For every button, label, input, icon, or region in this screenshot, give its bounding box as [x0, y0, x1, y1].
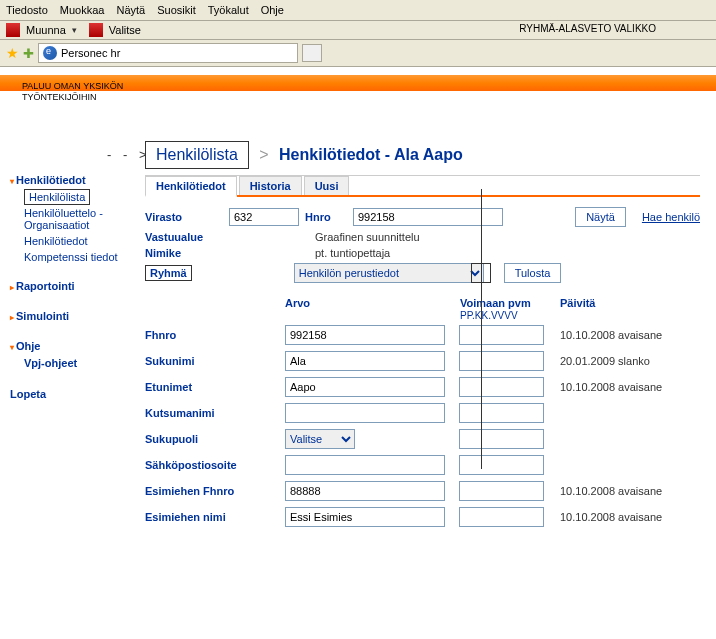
vastuualue-label: Vastuualue: [145, 231, 315, 243]
nimike-value: pt. tuntiopettaja: [315, 247, 390, 259]
menu-help[interactable]: Ohje: [261, 4, 284, 16]
breadcrumb: Henkilölista > Henkilötiedot - Ala Aapo: [145, 141, 700, 169]
nav-vpj[interactable]: Vpj-ohjeet: [10, 355, 121, 371]
vastuualue-value: Graafinen suunnittelu: [315, 231, 420, 243]
nav-henkilotiedot2[interactable]: Henkilötiedot: [10, 233, 121, 249]
arvo-input[interactable]: [285, 351, 445, 371]
arvo-input[interactable]: [285, 403, 445, 423]
row-label: Kutsumanimi: [145, 407, 285, 419]
voimaan-input[interactable]: [459, 403, 544, 423]
browser-tab[interactable]: Personec hr: [38, 43, 298, 63]
table-row: Esimiehen Fhnro10.10.2008 avaisane: [145, 481, 700, 501]
annotation-paluu: PALUU OMAN YKSIKÖN TYÖNTEKIJÖIHIN: [22, 81, 123, 103]
table-row: SukupuoliValitse: [145, 429, 700, 449]
breadcrumb-henkilolista[interactable]: Henkilölista: [145, 141, 249, 169]
arvo-input[interactable]: [285, 481, 445, 501]
table-row: Kutsumanimi: [145, 403, 700, 423]
arvo-input[interactable]: [285, 325, 445, 345]
breadcrumb-separator: >: [253, 146, 274, 163]
valitse-button[interactable]: Valitse: [109, 24, 141, 36]
row-label: Sukupuoli: [145, 433, 285, 445]
arvo-input[interactable]: [285, 455, 445, 475]
annotation-ryhma-dropdown: RYHMÄ-ALASVETO VALIKKO: [519, 23, 656, 34]
voimaan-input[interactable]: [459, 481, 544, 501]
new-tab-button[interactable]: [302, 44, 322, 62]
ryhma-select[interactable]: Henkilön perustiedot: [294, 263, 484, 283]
row-label: Fhnro: [145, 329, 285, 341]
voimaan-input[interactable]: [459, 507, 544, 527]
row-label: Sukunimi: [145, 355, 285, 367]
menubar[interactable]: Tiedosto Muokkaa Näytä Suosikit Työkalut…: [0, 0, 716, 21]
menu-view[interactable]: Näytä: [116, 4, 145, 16]
page-title: Henkilötiedot - Ala Aapo: [279, 146, 463, 163]
nav-raportointi[interactable]: ▸Raportointi: [10, 277, 121, 295]
virasto-label: Virasto: [145, 211, 223, 223]
hae-henkilo-link[interactable]: Hae henkilö: [642, 211, 700, 223]
arvo-input[interactable]: [285, 377, 445, 397]
voimaan-input[interactable]: [459, 325, 544, 345]
toolbar: Muunna ▾ Valitse RYHMÄ-ALASVETO VALIKKO: [0, 21, 716, 40]
data-table: Arvo Voimaan pvm PP.KK.VVVV Päivitä Fhnr…: [145, 297, 700, 527]
tab-title: Personec hr: [61, 47, 120, 59]
nayta-button[interactable]: Näytä: [575, 207, 626, 227]
paivita-text: 10.10.2008 avaisane: [560, 511, 700, 523]
annotation-vertical-line: [481, 189, 482, 469]
menu-edit[interactable]: Muokkaa: [60, 4, 105, 16]
nav-lopeta[interactable]: Lopeta: [10, 385, 121, 403]
addressbar: ★ ✚ Personec hr: [0, 40, 716, 67]
nav-henkilolista[interactable]: Henkilölista: [24, 189, 90, 205]
menu-file[interactable]: Tiedosto: [6, 4, 48, 16]
paivita-text: 10.10.2008 avaisane: [560, 381, 700, 393]
nav-simulointi[interactable]: ▸Simulointi: [10, 307, 121, 325]
row-label: Esimiehen nimi: [145, 511, 285, 523]
voimaan-input[interactable]: [459, 351, 544, 371]
table-row: Sukunimi20.01.2009 slanko: [145, 351, 700, 371]
virasto-input[interactable]: [229, 208, 299, 226]
hnro-label: Hnro: [305, 211, 347, 223]
menu-tools[interactable]: Työkalut: [208, 4, 249, 16]
th-voimaan: Voimaan pvm PP.KK.VVVV: [460, 297, 560, 321]
tabs: Henkilötiedot Historia Uusi: [145, 176, 700, 197]
add-favorite-icon[interactable]: ✚: [23, 46, 34, 61]
voimaan-input[interactable]: [459, 377, 544, 397]
nav-kompetenssi[interactable]: Kompetenssi tiedot: [10, 249, 121, 265]
nav-henkilotiedot[interactable]: ▾Henkilötiedot: [10, 171, 121, 189]
voimaan-input[interactable]: [459, 429, 544, 449]
row-label: Etunimet: [145, 381, 285, 393]
voimaan-input[interactable]: [459, 455, 544, 475]
tab-uusi[interactable]: Uusi: [304, 176, 350, 195]
table-row: Sähköpostiosoite: [145, 455, 700, 475]
row-label: Esimiehen Fhnro: [145, 485, 285, 497]
nav-henkiloluettelo[interactable]: Henkilöluettelo - Organisaatiot: [10, 205, 121, 233]
tab-henkilotiedot[interactable]: Henkilötiedot: [145, 176, 237, 197]
content-area: - - > Henkilölista > Henkilötiedot - Ala…: [125, 91, 716, 553]
table-row: Esimiehen nimi10.10.2008 avaisane: [145, 507, 700, 527]
paivita-text: 20.01.2009 slanko: [560, 355, 700, 367]
paivita-text: 10.10.2008 avaisane: [560, 329, 700, 341]
paivita-text: 10.10.2008 avaisane: [560, 485, 700, 497]
pdf-select-icon: [89, 23, 103, 37]
tab-historia[interactable]: Historia: [239, 176, 302, 195]
favorites-star-icon[interactable]: ★: [6, 45, 19, 61]
ryhma-label: Ryhmä: [145, 265, 192, 281]
nimike-label: Nimike: [145, 247, 315, 259]
th-paivita: Päivitä: [560, 297, 690, 321]
annotation-arrow-dashes: - - >: [107, 147, 150, 162]
nav-ohje[interactable]: ▾Ohje: [10, 337, 121, 355]
pdf-icon: [6, 23, 20, 37]
tulosta-button[interactable]: Tulosta: [504, 263, 562, 283]
arvo-input[interactable]: [285, 507, 445, 527]
table-row: Etunimet10.10.2008 avaisane: [145, 377, 700, 397]
menu-fav[interactable]: Suosikit: [157, 4, 196, 16]
th-arvo: Arvo: [285, 297, 460, 321]
dropdown-arrow-icon[interactable]: ▾: [72, 25, 77, 35]
ie-icon: [43, 46, 57, 60]
muunna-button[interactable]: Muunna: [26, 24, 66, 36]
table-row: Fhnro10.10.2008 avaisane: [145, 325, 700, 345]
sukupuoli-select[interactable]: Valitse: [285, 429, 355, 449]
row-label: Sähköpostiosoite: [145, 459, 285, 471]
